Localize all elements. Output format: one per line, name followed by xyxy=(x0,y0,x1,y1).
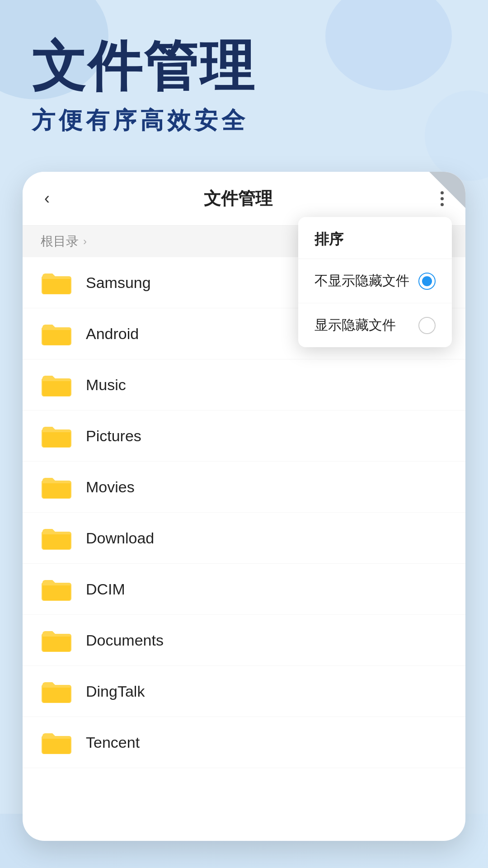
dropdown-item-label: 不显示隐藏文件 xyxy=(314,272,409,290)
phone-mockup: ‹ 文件管理 根目录 › Samsung xyxy=(23,172,465,841)
dropdown-item-label: 显示隐藏文件 xyxy=(314,316,396,335)
sub-title: 方便有序高效安全 xyxy=(32,105,456,137)
radio-inner-active xyxy=(422,276,432,286)
header-section: 文件管理 方便有序高效安全 xyxy=(0,0,488,155)
dropdown-overlay: 排序 不显示隐藏文件 显示隐藏文件 xyxy=(23,172,465,841)
dropdown-menu: 排序 不显示隐藏文件 显示隐藏文件 xyxy=(298,217,452,347)
main-title: 文件管理 xyxy=(32,36,456,96)
dropdown-item-show-hidden[interactable]: 显示隐藏文件 xyxy=(298,303,452,347)
radio-button-show[interactable] xyxy=(418,317,436,334)
radio-button-hide[interactable] xyxy=(418,273,436,290)
dropdown-title: 排序 xyxy=(298,217,452,259)
dropdown-item-hide-hidden[interactable]: 不显示隐藏文件 xyxy=(298,259,452,303)
